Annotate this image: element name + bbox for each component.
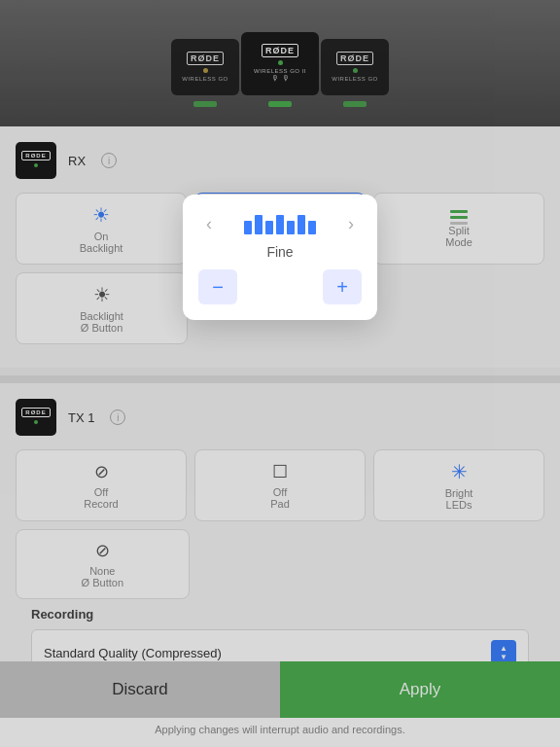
popup-bars: [244, 215, 316, 234]
popup-prev-arrow[interactable]: ‹: [198, 210, 220, 238]
bar-2: [255, 215, 262, 234]
bar-4: [276, 215, 284, 234]
popup-next-arrow[interactable]: ›: [340, 210, 362, 238]
popup-mode-label: Fine: [266, 244, 293, 260]
popup-overlay[interactable]: ‹ › Fine − +: [0, 0, 560, 747]
gain-popup: ‹ › Fine − +: [183, 195, 377, 320]
popup-controls: − +: [198, 269, 362, 304]
bar-1: [244, 221, 252, 234]
bar-3: [265, 221, 273, 234]
bar-5: [287, 221, 295, 234]
popup-minus-button[interactable]: −: [198, 269, 237, 304]
popup-nav: ‹ ›: [198, 210, 362, 238]
bar-7: [308, 221, 316, 234]
popup-plus-button[interactable]: +: [323, 269, 362, 304]
bar-6: [298, 215, 305, 234]
